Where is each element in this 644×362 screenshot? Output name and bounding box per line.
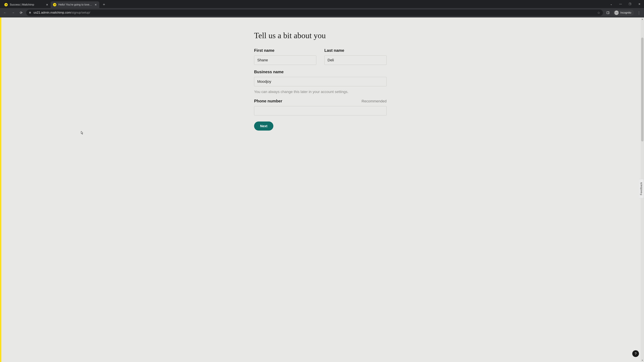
mailchimp-favicon-icon: ◔	[53, 3, 56, 6]
incognito-label: Incognito	[620, 11, 631, 14]
maximize-icon[interactable]: ❐	[625, 0, 634, 8]
first-name-field-group: First name	[254, 48, 316, 65]
phone-recommended-hint: Recommended	[362, 99, 386, 103]
window-close-icon[interactable]: ✕	[634, 0, 644, 8]
browser-toolbar: ← → ⟳ us21.admin.mailchimp.com/signup/se…	[0, 8, 644, 17]
url-text: us21.admin.mailchimp.com/signup/setup/	[34, 11, 90, 14]
mailchimp-favicon-icon: ◔	[4, 3, 8, 6]
incognito-indicator[interactable]: ⬭⬭ Incognito	[613, 9, 634, 16]
lock-icon	[29, 11, 31, 14]
help-fab[interactable]: ?	[632, 350, 639, 357]
signup-form: Tell us a bit about you First name Last …	[254, 31, 386, 362]
svg-rect-0	[607, 11, 609, 14]
business-name-field-group: Business name You can always change this…	[254, 69, 386, 94]
address-bar[interactable]: us21.admin.mailchimp.com/signup/setup/ ☆	[26, 9, 603, 16]
feedback-tab[interactable]: Feedback	[639, 179, 644, 198]
scroll-down-icon[interactable]: ▼	[641, 359, 644, 362]
browser-titlebar: ◔ Success | Mailchimp ✕ ◔ Hello! You're …	[0, 0, 644, 8]
page-viewport: ▲ ▼ Tell us a bit about you First name L…	[0, 17, 644, 362]
phone-label: Phone number	[254, 99, 282, 103]
business-name-hint: You can always change this later in your…	[254, 90, 386, 94]
scrollbar-thumb[interactable]	[641, 37, 644, 141]
tab-success[interactable]: ◔ Success | Mailchimp ✕	[2, 1, 51, 8]
last-name-input[interactable]	[324, 55, 386, 65]
page-title: Tell us a bit about you	[254, 31, 386, 40]
new-tab-button[interactable]: ＋	[101, 1, 107, 7]
incognito-mask-icon: ⬭⬭	[614, 10, 619, 15]
close-icon[interactable]: ✕	[46, 3, 48, 6]
tab-title: Hello! You're going to love it he	[58, 3, 92, 6]
first-name-label: First name	[254, 48, 316, 53]
reload-button[interactable]: ⟳	[18, 10, 24, 16]
next-button[interactable]: Next	[254, 121, 273, 131]
tab-search-icon[interactable]: ⌄	[606, 0, 616, 8]
close-icon[interactable]: ✕	[94, 3, 97, 6]
forward-button[interactable]: →	[10, 10, 16, 16]
last-name-label: Last name	[324, 48, 386, 53]
phone-field-group: Phone number Recommended	[254, 99, 386, 115]
phone-input[interactable]	[254, 106, 386, 115]
tab-hello[interactable]: ◔ Hello! You're going to love it he ✕	[51, 1, 99, 8]
business-name-label: Business name	[254, 69, 386, 74]
browser-menu-button[interactable]: ⋮	[636, 11, 642, 15]
scroll-up-icon[interactable]: ▲	[641, 17, 644, 21]
back-button[interactable]: ←	[2, 10, 8, 16]
minimize-icon[interactable]: ―	[616, 0, 625, 8]
first-name-input[interactable]	[254, 55, 316, 65]
side-panel-icon[interactable]	[605, 10, 611, 16]
last-name-field-group: Last name	[324, 48, 386, 65]
tab-title: Success | Mailchimp	[10, 3, 44, 6]
bookmark-star-icon[interactable]: ☆	[597, 11, 600, 15]
business-name-input[interactable]	[254, 77, 386, 86]
